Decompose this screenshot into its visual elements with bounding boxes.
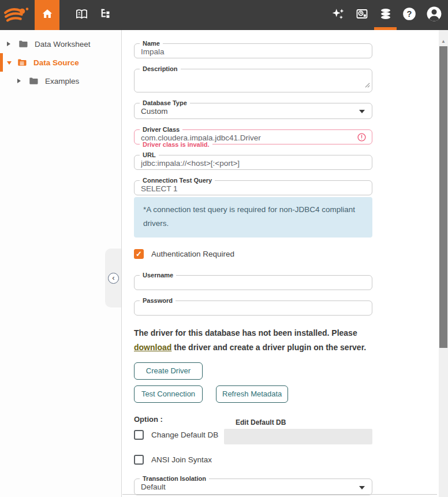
test-query-info-note: *A connection test query is required for…: [134, 197, 372, 238]
driver-not-installed-message: The driver for this database has not bee…: [134, 326, 372, 355]
home-button[interactable]: [35, 0, 59, 30]
scroll-up-arrow-icon[interactable]: ▲: [439, 30, 448, 44]
vertical-scrollbar[interactable]: ▲: [439, 30, 448, 497]
help-icon: ?: [402, 6, 417, 24]
url-label: URL: [140, 151, 159, 159]
schema-browser-button[interactable]: [96, 0, 115, 30]
svg-text:?: ?: [406, 9, 412, 18]
open-book-icon: [75, 8, 88, 23]
schema-tree-icon: [99, 8, 112, 23]
datasource-tab-button[interactable]: [374, 0, 397, 30]
caret-down-icon[interactable]: [7, 61, 12, 67]
password-field-wrap: Password: [134, 301, 372, 316]
app-logo-icon: [0, 0, 35, 30]
change-default-db-label: Change Default DB: [151, 431, 218, 439]
datasource-form-panel: Name Description Database Type Custom Dr…: [122, 30, 439, 497]
snapshot-button[interactable]: [350, 0, 374, 30]
refresh-metadata-button[interactable]: Refresh Metadata: [216, 385, 288, 403]
caret-right-icon[interactable]: [7, 42, 13, 46]
ai-assistant-button[interactable]: [326, 0, 350, 30]
username-label: Username: [140, 272, 176, 279]
resize-grip-icon[interactable]: [365, 80, 370, 90]
sidebar-item-label: Examples: [45, 77, 79, 86]
driver-class-label: Driver Class: [140, 126, 182, 133]
name-label: Name: [140, 40, 163, 47]
account-icon: [425, 5, 443, 25]
url-field-wrap: URL: [134, 155, 372, 170]
sidebar: Data Worksheet Data Source Examples ‹: [0, 30, 122, 497]
auth-required-checkbox-row[interactable]: Authentication Required: [134, 249, 372, 259]
option-section: Option : Change Default DB Edit Default …: [134, 415, 372, 440]
database-type-value: Custom: [141, 107, 168, 116]
sparkle-icon: [331, 6, 346, 24]
dropdown-caret-icon: [359, 110, 365, 116]
caret-right-icon[interactable]: [17, 79, 23, 83]
sidebar-item-label: Data Worksheet: [35, 40, 91, 49]
folder-icon: [18, 39, 28, 49]
auth-required-checkbox[interactable]: [134, 249, 144, 259]
sidebar-item-data-source[interactable]: Data Source: [0, 53, 121, 72]
description-field-wrap: Description: [134, 69, 372, 92]
create-driver-button[interactable]: Create Driver: [134, 362, 203, 380]
name-input[interactable]: [135, 44, 372, 58]
name-field-wrap: Name: [134, 43, 372, 58]
ansi-join-checkbox[interactable]: [134, 455, 144, 465]
test-connection-button[interactable]: Test Connection: [134, 385, 203, 403]
password-label: Password: [140, 297, 176, 305]
sidebar-item-label: Data Source: [33, 58, 79, 67]
transaction-isolation-select[interactable]: Transaction Isolation Default: [134, 479, 372, 495]
sidebar-item-data-worksheet[interactable]: Data Worksheet: [0, 35, 121, 53]
transaction-isolation-value: Default: [141, 483, 166, 491]
scrollbar-thumb[interactable]: [439, 46, 447, 348]
url-input[interactable]: [135, 155, 372, 169]
edit-default-db-group: Edit Default DB: [224, 418, 372, 444]
help-button[interactable]: ?: [397, 0, 421, 30]
auth-required-label: Authentication Required: [151, 250, 234, 258]
library-button[interactable]: [72, 0, 91, 30]
change-default-db-checkbox[interactable]: [134, 430, 144, 440]
account-button[interactable]: [421, 0, 447, 30]
transaction-isolation-label: Transaction Isolation: [140, 475, 209, 483]
ansi-join-checkbox-row[interactable]: ANSI Join Syntax: [134, 455, 372, 465]
database-type-select[interactable]: Database Type Custom: [134, 103, 372, 119]
sidebar-item-examples[interactable]: Examples: [0, 72, 121, 90]
panel-resize-handle[interactable]: ‹: [105, 248, 121, 307]
database-type-label: Database Type: [140, 99, 190, 107]
chevron-left-icon: ‹: [112, 274, 114, 281]
next-field-divider: [122, 494, 437, 495]
edit-default-db-input-disabled: [224, 429, 372, 444]
home-icon: [41, 8, 54, 23]
topbar: ?: [0, 0, 448, 30]
snapshot-clock-icon: [355, 7, 369, 23]
folder-icon: [28, 76, 39, 86]
ansi-join-label: ANSI Join Syntax: [151, 455, 212, 464]
dropdown-caret-icon: [359, 486, 365, 492]
username-field-wrap: Username: [134, 275, 372, 290]
error-icon: [357, 132, 367, 144]
driver-class-field-wrap: Driver Class Driver class is invalid.: [134, 129, 372, 144]
test-query-label: Connection Test Query: [140, 177, 215, 184]
test-query-field-wrap: Connection Test Query: [134, 180, 372, 195]
description-label: Description: [140, 65, 181, 73]
collapse-panel-button[interactable]: ‹: [108, 273, 119, 284]
datasource-folder-icon: [17, 57, 27, 68]
edit-default-db-label: Edit Default DB: [236, 418, 372, 426]
driver-class-error: Driver class is invalid.: [140, 141, 212, 148]
download-link[interactable]: download: [134, 343, 171, 352]
database-icon: [379, 7, 393, 23]
